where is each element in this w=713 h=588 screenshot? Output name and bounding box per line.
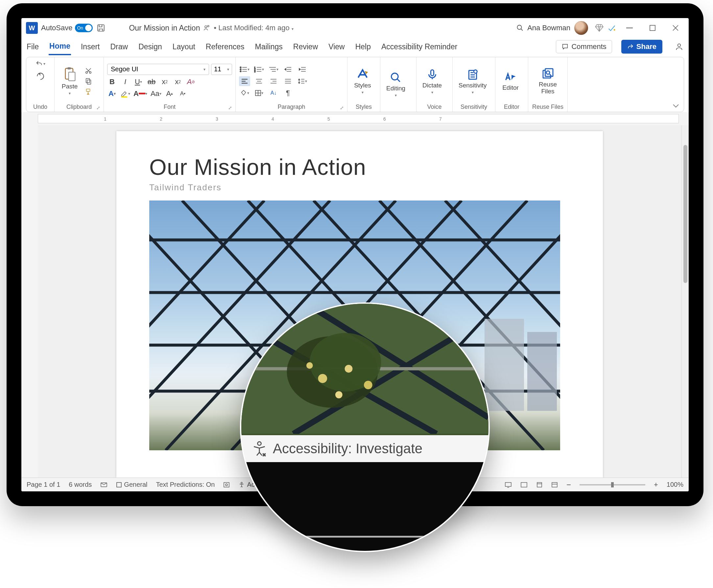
avatar[interactable] xyxy=(574,21,588,35)
minimize-button[interactable] xyxy=(620,18,639,38)
svg-point-61 xyxy=(474,70,477,73)
collapse-ribbon-icon[interactable] xyxy=(673,104,679,108)
bold-button[interactable]: B xyxy=(107,77,117,87)
account-icon[interactable] xyxy=(674,42,684,51)
superscript-button[interactable]: x2 xyxy=(173,77,183,87)
toggle-switch[interactable]: On xyxy=(75,24,93,32)
tab-file[interactable]: File xyxy=(26,39,39,55)
font-color-button[interactable]: A▾ xyxy=(133,89,147,99)
tab-home[interactable]: Home xyxy=(49,39,71,55)
tab-review[interactable]: Review xyxy=(293,39,318,55)
text-effects-button[interactable]: A▾ xyxy=(107,89,117,99)
tab-design[interactable]: Design xyxy=(138,39,163,55)
status-page[interactable]: Page 1 of 1 xyxy=(27,481,60,488)
save-icon[interactable] xyxy=(96,23,106,33)
clipboard-launcher-icon[interactable]: ⤢ xyxy=(96,105,100,110)
sharing-icon[interactable] xyxy=(203,24,210,31)
dictate-button[interactable]: Dictate▾ xyxy=(420,67,444,95)
status-display-settings-icon[interactable] xyxy=(505,482,512,488)
zoom-level[interactable]: 100% xyxy=(667,481,684,488)
paragraph-launcher-icon[interactable]: ⤢ xyxy=(340,105,344,110)
comments-button[interactable]: Comments xyxy=(556,40,612,53)
line-spacing-button[interactable]: ▾ xyxy=(297,76,308,86)
status-general[interactable]: General xyxy=(116,481,147,488)
view-focus-icon[interactable] xyxy=(520,482,528,488)
zoom-slider[interactable] xyxy=(580,484,645,485)
tab-insert[interactable]: Insert xyxy=(80,39,101,55)
user-area[interactable]: Ana Bowman xyxy=(527,21,588,35)
status-word-count[interactable]: 6 words xyxy=(69,481,92,488)
justify-button[interactable] xyxy=(282,76,294,86)
tab-accessibility-reminder[interactable]: Accessibility Reminder xyxy=(381,39,458,55)
tab-references[interactable]: References xyxy=(205,39,245,55)
font-size-select[interactable]: 11▾ xyxy=(211,64,232,75)
tab-layout[interactable]: Layout xyxy=(172,39,196,55)
ruler-mark: 3 xyxy=(216,117,218,122)
title-center: Our Mission in Action • Last Modified: 4… xyxy=(129,24,293,33)
last-modified[interactable]: • Last Modified: 4m ago ▾ xyxy=(214,24,293,32)
scrollbar-thumb[interactable] xyxy=(684,145,687,283)
tab-draw[interactable]: Draw xyxy=(110,39,129,55)
change-case-button[interactable]: Aa▾ xyxy=(150,89,162,99)
numbering-button[interactable]: 123▾ xyxy=(253,64,265,74)
align-left-button[interactable] xyxy=(239,76,250,86)
strikethrough-button[interactable]: ab xyxy=(147,77,156,87)
show-marks-button[interactable]: ¶ xyxy=(282,88,294,98)
editor-button[interactable]: Editor xyxy=(499,70,522,92)
format-painter-icon[interactable] xyxy=(84,87,93,96)
tab-mailings[interactable]: Mailings xyxy=(254,39,283,55)
maximize-button[interactable] xyxy=(643,18,663,38)
search-icon[interactable] xyxy=(516,24,524,32)
coming-soon-icon[interactable] xyxy=(607,23,616,33)
underline-button[interactable]: U▾ xyxy=(133,77,143,87)
paste-button[interactable]: Paste ▾ xyxy=(58,66,82,96)
document-subheading[interactable]: Tailwind Traders xyxy=(149,183,570,193)
align-right-button[interactable] xyxy=(268,76,279,86)
font-name-select[interactable]: Segoe UI▾ xyxy=(107,64,209,75)
sort-button[interactable]: A↓ xyxy=(268,88,279,98)
vertical-ruler[interactable] xyxy=(21,125,38,478)
highlight-button[interactable]: ▾ xyxy=(120,89,130,99)
zoom-slider-thumb[interactable] xyxy=(611,482,614,487)
status-text-predictions[interactable]: Text Predictions: On xyxy=(156,481,215,488)
sensitivity-button[interactable]: Sensitivity▾ xyxy=(456,67,489,95)
grow-font-button[interactable]: A▴ xyxy=(165,89,174,99)
align-center-button[interactable] xyxy=(253,76,265,86)
premium-diamond-icon[interactable] xyxy=(595,23,604,33)
group-sensitivity: Sensitivity▾ Sensitivity xyxy=(453,57,496,112)
cut-icon[interactable] xyxy=(84,66,93,75)
increase-indent-button[interactable] xyxy=(297,64,308,74)
borders-button[interactable]: ▾ xyxy=(253,88,265,98)
ruler-mark: 7 xyxy=(439,117,442,122)
multilevel-list-button[interactable]: ▾ xyxy=(268,64,279,74)
status-macro-icon[interactable] xyxy=(223,482,230,488)
zoom-out-button[interactable]: − xyxy=(566,480,571,489)
magnified-accessibility-text[interactable]: Accessibility: Investigate xyxy=(273,441,422,457)
italic-button[interactable]: I xyxy=(120,77,130,87)
clear-formatting-button[interactable]: A⊘ xyxy=(186,77,196,87)
share-button[interactable]: Share xyxy=(621,40,663,54)
editing-button[interactable]: Editing▾ xyxy=(384,71,408,98)
vertical-scrollbar[interactable] xyxy=(681,125,689,478)
tab-help[interactable]: Help xyxy=(355,39,372,55)
redo-icon[interactable] xyxy=(36,72,45,81)
close-button[interactable] xyxy=(666,18,685,38)
styles-button[interactable]: Styles▾ xyxy=(351,67,374,95)
autosave-toggle[interactable]: AutoSave On xyxy=(41,24,93,32)
shading-button[interactable]: ▾ xyxy=(239,88,250,98)
bullets-button[interactable]: ▾ xyxy=(239,64,250,74)
view-web-layout-icon[interactable] xyxy=(551,482,558,488)
status-language-icon[interactable] xyxy=(100,482,107,488)
decrease-indent-button[interactable] xyxy=(282,64,294,74)
copy-icon[interactable] xyxy=(84,77,93,86)
font-launcher-icon[interactable]: ⤢ xyxy=(228,105,232,110)
reuse-files-button[interactable]: Reuse Files xyxy=(531,66,564,96)
shrink-font-button[interactable]: A▾ xyxy=(178,89,188,99)
zoom-in-button[interactable]: + xyxy=(654,481,658,489)
document-heading[interactable]: Our Mission in Action xyxy=(149,154,570,180)
view-print-layout-icon[interactable] xyxy=(536,482,543,488)
tab-view[interactable]: View xyxy=(328,39,345,55)
undo-icon[interactable]: ▾ xyxy=(36,59,45,68)
horizontal-ruler[interactable]: 1 2 3 4 5 6 7 xyxy=(38,114,679,123)
subscript-button[interactable]: x2 xyxy=(160,77,170,87)
